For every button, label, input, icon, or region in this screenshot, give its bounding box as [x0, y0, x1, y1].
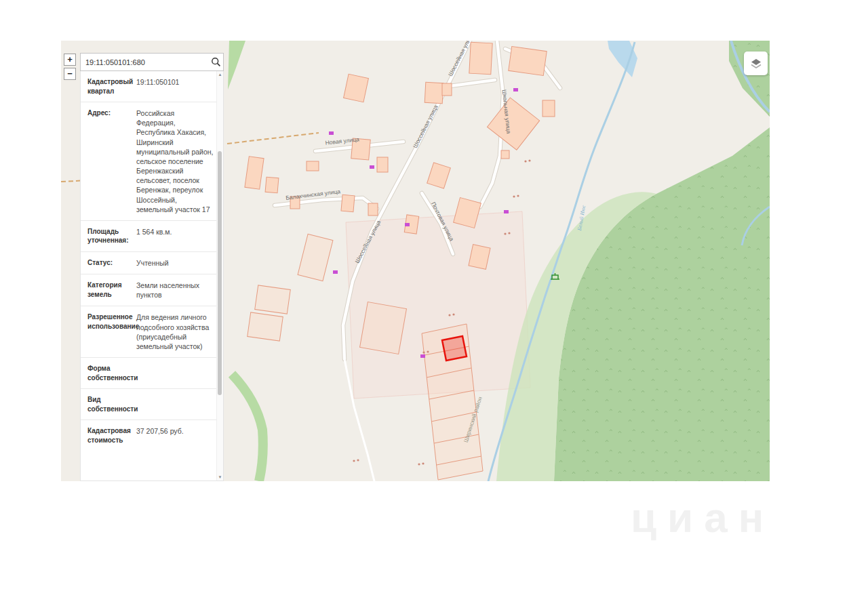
scrollbar-thumb[interactable] — [218, 151, 222, 395]
info-row-area: Площадь уточненная: 1 564 кв.м. — [81, 220, 217, 251]
page: Новая улица Балахчинская улица Шоссейная… — [0, 0, 868, 614]
row-value: Учтенный — [136, 258, 214, 268]
row-label: Категория земель — [87, 281, 132, 300]
row-label: Статус: — [87, 258, 132, 268]
info-row-ownership-type: Вид собственности — [81, 388, 217, 419]
info-row-land-category: Категория земель Земли населенных пункто… — [81, 274, 217, 306]
zoom-out-button[interactable]: − — [64, 68, 76, 80]
row-label: Адрес: — [87, 108, 132, 214]
scroll-down-arrow[interactable]: ▼ — [217, 474, 223, 480]
layers-icon — [749, 57, 763, 70]
row-value: Земли населенных пунктов — [136, 281, 214, 300]
row-label: Площадь уточненная: — [87, 227, 132, 245]
row-value: 1 564 кв.м. — [136, 227, 214, 245]
row-label: Кадастровый квартал — [87, 77, 132, 96]
row-value: Для ведения личного подсобного хозяйства… — [136, 312, 214, 351]
row-label: Вид собственности — [87, 395, 132, 413]
row-label: Разрешенное использование — [87, 312, 132, 351]
zoom-in-button[interactable]: + — [64, 54, 76, 66]
info-row-cadastral-quarter: Кадастровый квартал 19:11:050101 — [81, 71, 217, 102]
info-row-address: Адрес: Российская Федерация, Республика … — [81, 102, 217, 220]
search-bar — [80, 53, 224, 71]
parcel-info-panel: Кадастровый квартал 19:11:050101 Адрес: … — [80, 71, 224, 481]
info-row-permitted-use: Разрешенное использование Для ведения ли… — [81, 306, 217, 357]
row-value — [136, 395, 214, 413]
row-value: 19:11:050101 — [136, 77, 214, 96]
search-icon[interactable] — [208, 57, 223, 67]
row-value: Российская Федерация, Республика Хакасия… — [136, 108, 214, 214]
row-label: Кадастровая стоимость — [87, 426, 132, 445]
row-label: Форма собственности — [87, 364, 132, 382]
row-value: 37 207,56 руб. — [136, 426, 214, 445]
info-row-cadastral-value: Кадастровая стоимость 37 207,56 руб. — [81, 419, 217, 451]
layers-button[interactable] — [744, 52, 768, 75]
row-value — [136, 364, 214, 382]
zoom-controls: + − — [64, 54, 76, 80]
selected-parcel[interactable] — [442, 336, 467, 361]
info-row-ownership-form: Форма собственности — [81, 357, 217, 388]
search-input[interactable] — [81, 58, 208, 66]
cian-watermark: циан — [631, 493, 774, 541]
panel-scrollbar[interactable]: ▲ ▼ — [216, 71, 223, 480]
info-row-status: Статус: Учтенный — [81, 251, 217, 274]
scroll-up-arrow[interactable]: ▲ — [217, 71, 223, 78]
